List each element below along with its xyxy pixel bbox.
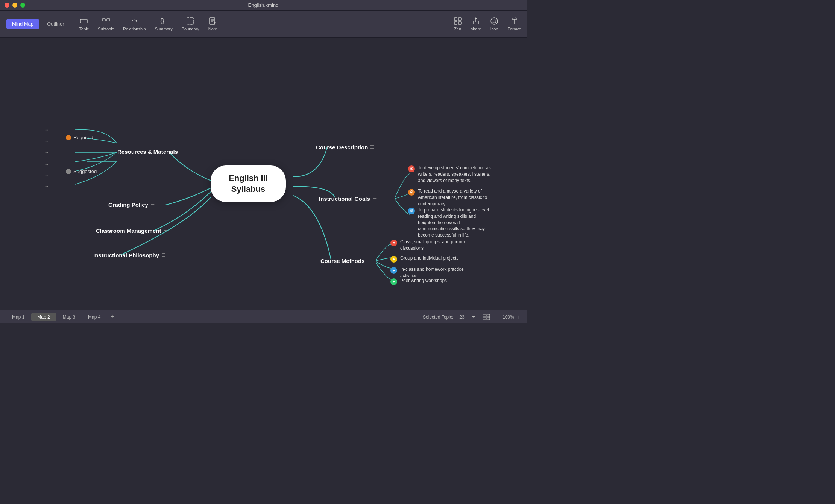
dots-suggested-group5: ··· <box>44 184 48 189</box>
dots-suggested-group2: ··· <box>44 150 48 155</box>
svg-rect-1 <box>102 19 105 21</box>
subtopic-tool[interactable]: Subtopic <box>98 17 114 31</box>
svg-rect-3 <box>107 19 110 21</box>
icon-tool[interactable]: Icon <box>490 17 498 31</box>
toolbar-tools: Topic Subtopic Relationship {} Summary <box>79 17 454 31</box>
add-map-button[interactable]: + <box>107 313 117 321</box>
status-right: Selected Topic: 23 − 100% + <box>423 314 521 320</box>
classroom-note-icon: ☰ <box>163 228 167 234</box>
suggested-item[interactable]: Suggested <box>66 169 97 174</box>
ig-icon-3: ③ <box>408 208 415 214</box>
cm-item-2[interactable]: ● Group and individual projects <box>390 255 458 263</box>
mindmap-tab[interactable]: Mind Map <box>6 19 39 29</box>
cm-item-4[interactable]: ● Peer writing workshops <box>390 278 447 285</box>
map-tab-4[interactable]: Map 4 <box>82 313 106 321</box>
ig-note-icon: ☰ <box>372 196 377 202</box>
titlebar: English.xmind <box>0 0 527 11</box>
zoom-out-button[interactable]: − <box>496 314 499 320</box>
course-desc-note-icon: ☰ <box>370 145 374 150</box>
selected-count: 23 <box>459 314 464 320</box>
ig-item-3[interactable]: ③ To prepare students for higher-level r… <box>408 207 491 238</box>
boundary-tool[interactable]: Boundary <box>182 17 199 31</box>
course-description-branch[interactable]: Course Description ☰ <box>316 144 374 150</box>
cm-icon-4: ● <box>390 278 397 285</box>
svg-rect-8 <box>210 18 215 24</box>
minimize-button[interactable] <box>12 3 17 8</box>
resources-branch[interactable]: Resources & Materials <box>117 149 178 155</box>
ig-icon-1: ① <box>408 165 415 172</box>
zoom-level: 100% <box>503 314 514 320</box>
share-tool[interactable]: share <box>471 17 481 31</box>
svg-rect-7 <box>187 18 194 24</box>
selected-topic-label: Selected Topic: <box>423 314 453 320</box>
relationship-icon <box>130 17 138 25</box>
svg-point-19 <box>495 20 496 21</box>
subtopic-icon <box>102 17 110 25</box>
instructional-branch[interactable]: Instructional Philosophy ☰ <box>93 252 165 258</box>
topic-icon <box>80 17 88 25</box>
course-methods-branch[interactable]: Course Methods <box>320 258 365 264</box>
icon-icon <box>490 17 498 25</box>
window-controls <box>5 3 25 8</box>
format-tool[interactable]: Format <box>507 17 521 31</box>
zoom-controls: − 100% + <box>496 314 521 320</box>
toolbar-right: Zen share Icon Forma <box>454 17 521 31</box>
central-node[interactable]: English III Syllabus <box>211 165 286 202</box>
instructional-goals-branch[interactable]: Instructional Goals ☰ <box>319 196 377 202</box>
summary-icon: {} <box>159 17 168 25</box>
boundary-icon <box>186 17 194 25</box>
outliner-tab[interactable]: Outliner <box>41 19 70 29</box>
svg-point-17 <box>491 18 498 24</box>
dots-suggested-group4: ··· <box>44 172 48 178</box>
dots-suggested-group1: ··· <box>44 138 48 144</box>
map-view-icon[interactable] <box>483 314 490 320</box>
mindmap-canvas[interactable]: English III Syllabus ··· ··· ··· ··· ···… <box>0 38 527 310</box>
cm-icon-1: ✕ <box>390 240 397 246</box>
map-tab-3[interactable]: Map 3 <box>57 313 81 321</box>
format-icon <box>510 17 518 25</box>
instructional-note-icon: ☰ <box>161 253 165 258</box>
view-tabs: Mind Map Outliner <box>6 19 70 29</box>
svg-rect-23 <box>487 314 490 317</box>
dots-required-group: ··· <box>44 127 48 132</box>
svg-rect-15 <box>458 22 461 24</box>
svg-marker-5 <box>131 20 132 22</box>
note-icon <box>208 17 217 25</box>
map-tabs: Map 1 Map 2 Map 3 Map 4 + <box>6 313 117 321</box>
zen-icon <box>454 17 462 25</box>
svg-rect-22 <box>483 314 486 317</box>
topic-tool[interactable]: Topic <box>79 17 89 31</box>
zen-tool[interactable]: Zen <box>454 17 462 31</box>
suggested-dot <box>66 169 71 174</box>
ig-item-2[interactable]: ② To read and analyse a variety of Ameri… <box>408 188 491 207</box>
svg-marker-21 <box>472 316 475 318</box>
toolbar: Mind Map Outliner Topic Subtopic Relatio… <box>0 11 527 38</box>
classroom-branch[interactable]: Classroom Management ☰ <box>96 228 167 234</box>
note-tool[interactable]: Note <box>208 17 217 31</box>
ig-item-1[interactable]: ① To develop students' competence as wri… <box>408 165 491 184</box>
summary-tool[interactable]: {} Summary <box>155 17 173 31</box>
relationship-tool[interactable]: Relationship <box>123 17 146 31</box>
map-tab-1[interactable]: Map 1 <box>6 313 30 321</box>
svg-rect-24 <box>483 317 486 320</box>
grading-note-icon: ☰ <box>150 202 155 208</box>
svg-marker-16 <box>474 17 477 19</box>
maximize-button[interactable] <box>20 3 25 8</box>
chevron-down-icon[interactable] <box>471 314 477 320</box>
required-item[interactable]: Required <box>66 135 93 140</box>
svg-rect-25 <box>487 317 490 320</box>
svg-point-18 <box>493 20 494 21</box>
svg-marker-4 <box>136 20 138 22</box>
grading-branch[interactable]: Grading Policy ☰ <box>108 202 155 208</box>
zoom-in-button[interactable]: + <box>517 314 521 320</box>
cm-item-3[interactable]: ● In-class and homework practice activit… <box>390 266 473 279</box>
svg-rect-13 <box>458 18 461 20</box>
map-tab-2[interactable]: Map 2 <box>31 313 56 321</box>
cm-icon-3: ● <box>390 267 397 274</box>
cm-item-1[interactable]: ✕ Class, small groups, and partner discu… <box>390 239 473 252</box>
ig-icon-2: ② <box>408 189 415 196</box>
close-button[interactable] <box>5 3 9 8</box>
svg-rect-14 <box>454 22 457 24</box>
cm-icon-2: ● <box>390 256 397 263</box>
window-title: English.xmind <box>248 2 279 8</box>
